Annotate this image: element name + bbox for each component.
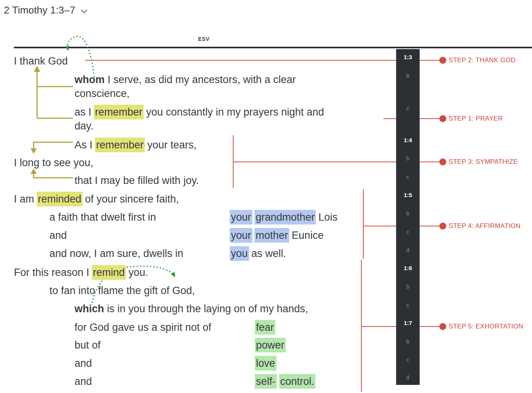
step-label[interactable]: STEP 4: AFFIRMATION — [449, 222, 520, 230]
step-marker-dot — [439, 223, 446, 230]
step-annotations: STEP 2: THANK GODSTEP 1: PRAYERSTEP 3: S… — [0, 0, 532, 393]
step-marker-dot — [439, 57, 446, 64]
step-marker-dot — [439, 323, 446, 330]
step-label[interactable]: STEP 1: PRAYER — [449, 114, 503, 123]
step-label[interactable]: STEP 2: THANK GOD — [449, 56, 516, 65]
step-marker-dot — [439, 115, 446, 122]
step-label[interactable]: STEP 3: SYMPATHIZE — [449, 158, 518, 166]
step-marker-dot — [439, 158, 446, 165]
step-label[interactable]: STEP 5: EXHORTATION — [449, 322, 523, 331]
phrasing-workspace: 2 Timothy 1:3–7 ESV — [0, 0, 532, 393]
